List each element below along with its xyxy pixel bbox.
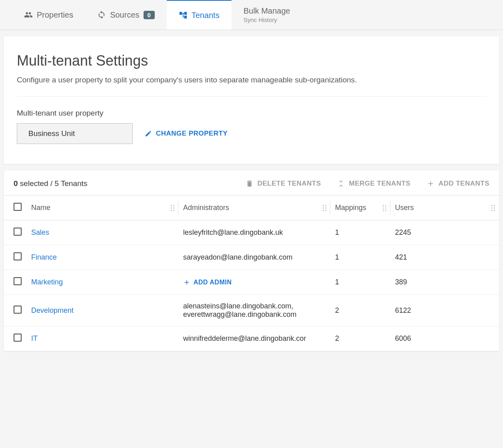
admin-cell: winnifreddelerme@lane.dingobank.cor [178, 326, 330, 351]
tenant-name-link[interactable]: Finance [31, 253, 57, 261]
sync-icon [97, 10, 106, 19]
delete-tenants-button[interactable]: DELETE TENANTS [246, 180, 321, 188]
admin-cell: sarayeadon@lane.dingobank.com [178, 245, 330, 270]
drag-handle-icon[interactable] [383, 205, 386, 211]
users-cell: 421 [390, 245, 499, 270]
merge-tenants-button[interactable]: MERGE TENANTS [337, 180, 411, 188]
column-header-name[interactable]: Name [26, 196, 178, 220]
tab-sources[interactable]: Sources 0 [85, 0, 167, 30]
selection-summary: 0 selected / 5 Tenants [14, 179, 88, 188]
mappings-cell: 1 [330, 270, 390, 295]
users-cell: 6006 [390, 326, 499, 351]
add-tenants-button[interactable]: ADD TENANTS [427, 180, 489, 188]
table-toolbar: 0 selected / 5 Tenants DELETE TENANTS ME… [4, 170, 499, 195]
mappings-cell: 1 [330, 245, 390, 270]
edit-icon [145, 130, 152, 137]
row-checkbox[interactable] [14, 306, 22, 314]
admin-cell: alenasteins@lane.dingobank.com, everettw… [178, 295, 330, 326]
add-admin-label: ADD ADMIN [194, 279, 232, 286]
drag-handle-icon[interactable] [323, 205, 326, 211]
mappings-cell: 1 [330, 220, 390, 245]
settings-card: Multi-tenant Settings Configure a user p… [4, 36, 499, 164]
drag-handle-icon[interactable] [171, 205, 174, 211]
plus-icon [183, 279, 190, 286]
tenant-name-link[interactable]: Development [31, 306, 74, 314]
users-cell: 389 [390, 270, 499, 295]
tenant-name-link[interactable]: Marketing [31, 278, 63, 286]
sources-count-badge: 0 [144, 11, 155, 19]
tenants-table: Name Administrators Mappings Users Sales… [4, 195, 499, 351]
tab-sublabel: Sync History [244, 16, 277, 23]
table-row: Developmentalenasteins@lane.dingobank.co… [4, 295, 499, 326]
table-row: Saleslesleyfritch@lane.dingobank.uk12245 [4, 220, 499, 245]
change-property-button[interactable]: CHANGE PROPERTY [145, 130, 228, 138]
tab-tenants[interactable]: Tenants [167, 0, 232, 30]
button-label: DELETE TENANTS [257, 180, 321, 188]
button-label: MERGE TENANTS [349, 180, 411, 188]
mappings-cell: 2 [330, 295, 390, 326]
mappings-cell: 2 [330, 326, 390, 351]
page-description: Configure a user property to split your … [17, 76, 486, 97]
row-checkbox[interactable] [14, 277, 22, 285]
plus-icon [427, 180, 435, 188]
tenant-name-link[interactable]: IT [31, 334, 38, 342]
merge-icon [337, 180, 345, 188]
column-header-users[interactable]: Users [390, 196, 499, 220]
people-icon [24, 10, 33, 19]
tenant-name-link[interactable]: Sales [31, 228, 49, 236]
trash-icon [246, 180, 253, 188]
users-cell: 2245 [390, 220, 499, 245]
admin-cell: lesleyfritch@lane.dingobank.uk [178, 220, 330, 245]
drag-handle-icon[interactable] [491, 205, 495, 211]
column-header-mappings[interactable]: Mappings [330, 196, 390, 220]
tab-bar: Properties Sources 0 Tenants Bulk Manage… [0, 0, 503, 30]
property-label: Multi-tenant user property [17, 109, 486, 118]
tab-label: Properties [37, 10, 73, 20]
property-value-box: Business Unit [17, 123, 133, 144]
tab-label: Tenants [192, 11, 220, 20]
tab-label: Bulk Manage [244, 6, 290, 16]
add-admin-button[interactable]: ADD ADMIN [183, 279, 325, 286]
button-label: ADD TENANTS [439, 180, 489, 188]
tab-bulk-manage[interactable]: Bulk Manage Sync History [232, 0, 302, 30]
users-cell: 6122 [390, 295, 499, 326]
tenants-table-card: 0 selected / 5 Tenants DELETE TENANTS ME… [4, 170, 499, 351]
table-row: MarketingADD ADMIN1389 [4, 270, 499, 295]
table-row: ITwinnifreddelerme@lane.dingobank.cor260… [4, 326, 499, 351]
tree-icon [179, 11, 188, 20]
tab-properties[interactable]: Properties [12, 0, 85, 30]
row-checkbox[interactable] [14, 252, 22, 260]
row-checkbox[interactable] [14, 334, 22, 342]
page-title: Multi-tenant Settings [17, 52, 486, 69]
change-property-label: CHANGE PROPERTY [156, 130, 228, 138]
row-checkbox[interactable] [14, 228, 22, 236]
column-header-administrators[interactable]: Administrators [178, 196, 330, 220]
table-row: Financesarayeadon@lane.dingobank.com1421 [4, 245, 499, 270]
select-all-checkbox[interactable] [14, 203, 22, 211]
tab-label: Sources [110, 10, 139, 20]
